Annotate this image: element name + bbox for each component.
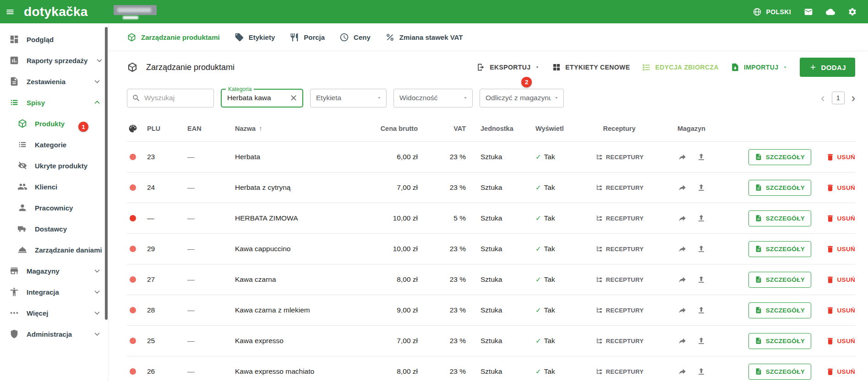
transfer-stock-icon[interactable] [677, 152, 687, 161]
stock-upload-icon[interactable] [697, 152, 706, 161]
recipes-button[interactable]: RECEPTURY [595, 337, 644, 345]
details-button[interactable]: SZCZEGÓŁY [748, 210, 811, 226]
cloud-icon[interactable] [826, 7, 835, 16]
mail-icon[interactable] [804, 7, 813, 16]
column-header-plu[interactable]: PLU [147, 125, 187, 132]
tab-zarzadzanie-produktami[interactable]: Zarządzanie produktami [127, 32, 220, 42]
sidebar-scrollbar[interactable] [105, 27, 108, 320]
tab-porcja[interactable]: Porcja [289, 32, 325, 42]
document-icon [755, 276, 762, 283]
stock-upload-icon[interactable] [697, 306, 706, 315]
table-row: 28 — Kawa czarna z mlekiem 9,00 zł 23 % … [127, 295, 855, 326]
column-header-ean[interactable]: EAN [187, 125, 231, 132]
details-button[interactable]: SZCZEGÓŁY [748, 272, 811, 288]
sidebar-item-label: Ukryte produkty [35, 162, 87, 170]
details-button[interactable]: SZCZEGÓŁY [748, 364, 811, 380]
sidebar-item-kategorie[interactable]: Kategorie [0, 134, 108, 155]
sidebar-item-klienci[interactable]: Klienci [0, 176, 108, 197]
sidebar-item-podglad[interactable]: Podgląd [0, 29, 108, 50]
delete-button[interactable]: USUŃ [826, 367, 855, 376]
tab-zmiana-stawek-vat[interactable]: Zmiana stawek VAT [385, 32, 463, 42]
app-logo[interactable]: dotykačka [24, 5, 88, 19]
prev-page-icon[interactable]: ‹ [821, 92, 824, 104]
column-header-price[interactable]: Cena brutto [365, 125, 418, 132]
column-header-visible[interactable]: Wyświetl [523, 125, 578, 132]
transfer-stock-icon[interactable] [677, 336, 687, 345]
search-input[interactable] [144, 94, 209, 102]
column-header-recipes[interactable]: Receptury [578, 125, 661, 132]
recipes-button[interactable]: RECEPTURY [595, 276, 644, 284]
category-filter[interactable]: Kategoria [221, 89, 303, 108]
delete-button[interactable]: USUŃ [826, 214, 855, 223]
menu-icon[interactable] [5, 7, 15, 16]
stock-filter-select[interactable]: Odliczyć z magazynu [480, 89, 564, 108]
sidebar-item-zarzadzanie-daniami[interactable]: Zarządzanie daniami [0, 239, 108, 260]
stock-upload-icon[interactable] [697, 183, 706, 192]
sidebar-item-administracja[interactable]: Administracja [0, 323, 108, 344]
language-selector[interactable]: POLSKI [753, 7, 791, 16]
details-button[interactable]: SZCZEGÓŁY [748, 241, 811, 257]
details-button[interactable]: SZCZEGÓŁY [748, 149, 811, 165]
details-button[interactable]: SZCZEGÓŁY [748, 302, 811, 318]
sidebar-item-produkty[interactable]: Produkty 1 [0, 113, 108, 134]
column-header-name[interactable]: Nazwa↑ [231, 124, 365, 132]
sort-ascending-icon[interactable]: ↑ [259, 124, 262, 132]
sidebar-item-magazyny[interactable]: Magazyny [0, 260, 108, 281]
stock-upload-icon[interactable] [697, 336, 706, 345]
recipes-button[interactable]: RECEPTURY [595, 368, 644, 376]
recipes-button[interactable]: RECEPTURY [595, 184, 644, 192]
category-input[interactable] [227, 94, 289, 102]
next-page-icon[interactable]: › [852, 92, 855, 104]
recipes-button[interactable]: RECEPTURY [595, 245, 644, 253]
transfer-stock-icon[interactable] [677, 214, 687, 223]
transfer-stock-icon[interactable] [677, 306, 687, 315]
sidebar-item-raporty-sprzedazy[interactable]: Raporty sprzedaży [0, 50, 108, 71]
recipes-button[interactable]: RECEPTURY [595, 215, 644, 222]
sidebar-item-integracja[interactable]: Integracja [0, 281, 108, 302]
sidebar-item-ukryte-produkty[interactable]: Ukryte produkty [0, 155, 108, 176]
delete-button[interactable]: USUŃ [826, 337, 855, 345]
delete-button[interactable]: USUŃ [826, 245, 855, 253]
delete-button[interactable]: USUŃ [826, 153, 855, 161]
details-button[interactable]: SZCZEGÓŁY [748, 333, 811, 349]
sidebar-item-zestawienia[interactable]: Zestawienia [0, 71, 108, 92]
tab-ceny[interactable]: Ceny [339, 32, 371, 42]
column-header-stock[interactable]: Magazyn [661, 125, 722, 132]
tab-etykiety[interactable]: Etykiety [235, 32, 275, 42]
stock-upload-icon[interactable] [697, 244, 706, 253]
recipes-button[interactable]: RECEPTURY [595, 307, 644, 314]
document-icon [9, 76, 19, 86]
trash-icon [826, 367, 835, 376]
stock-upload-icon[interactable] [697, 275, 706, 284]
label-filter-select[interactable]: Etykieta [310, 89, 387, 108]
gear-icon[interactable] [848, 7, 857, 16]
price-labels-button[interactable]: ETYKIETY CENOWE [552, 63, 630, 72]
transfer-stock-icon[interactable] [677, 183, 687, 192]
recipes-button[interactable]: RECEPTURY [595, 153, 644, 161]
stock-upload-icon[interactable] [697, 214, 706, 223]
transfer-stock-icon[interactable] [677, 275, 687, 284]
export-button[interactable]: EKSPORTUJ 2 [476, 63, 540, 72]
sidebar-item-pracownicy[interactable]: Pracownicy [0, 197, 108, 218]
bulk-edit-button[interactable]: EDYCJA ZBIORCZA [642, 63, 719, 72]
delete-button[interactable]: USUŃ [826, 275, 855, 284]
cell-vat: 23 % [418, 275, 466, 284]
column-header-vat[interactable]: VAT [418, 125, 466, 132]
sidebar-item-wiecej[interactable]: Więcej [0, 302, 108, 323]
sidebar-item-dostawcy[interactable]: Dostawcy [0, 218, 108, 239]
column-header-unit[interactable]: Jednostka [466, 125, 523, 132]
clear-icon[interactable] [289, 93, 298, 102]
delete-button[interactable]: USUŃ [826, 183, 855, 192]
transfer-stock-icon[interactable] [677, 244, 687, 253]
import-button[interactable]: IMPORTUJ [731, 63, 788, 72]
cell-delete: USUŃ [816, 153, 855, 161]
transfer-stock-icon[interactable] [677, 367, 687, 376]
details-button[interactable]: SZCZEGÓŁY [748, 180, 811, 196]
stock-upload-icon[interactable] [697, 367, 706, 376]
visibility-filter-select[interactable]: Widoczność [393, 89, 473, 108]
page-number[interactable]: 1 [832, 91, 845, 104]
tab-bar: Zarządzanie produktami Etykiety Porcja C… [109, 23, 868, 51]
add-button[interactable]: DODAJ [800, 58, 855, 77]
delete-button[interactable]: USUŃ [826, 306, 855, 315]
sidebar-item-spisy[interactable]: Spisy [0, 92, 108, 113]
